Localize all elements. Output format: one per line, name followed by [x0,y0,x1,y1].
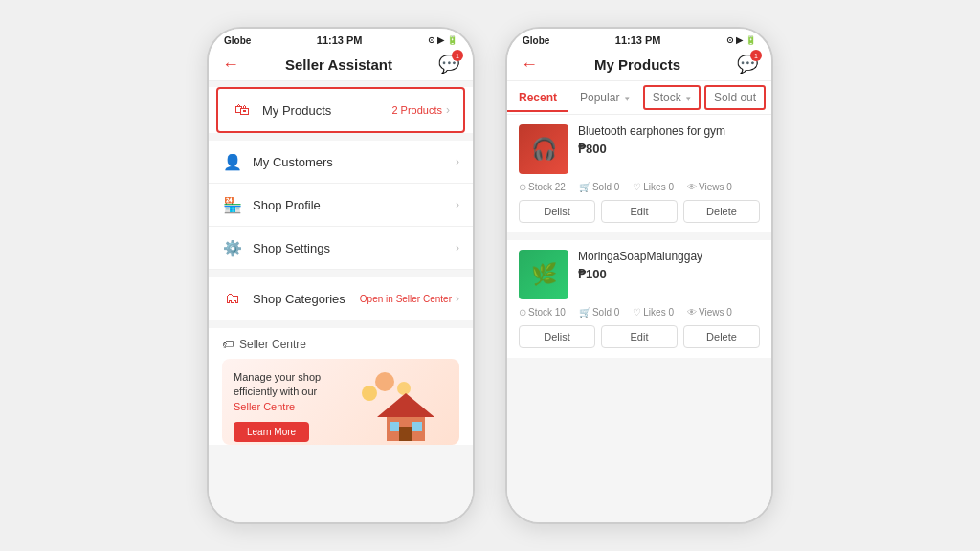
delist-button-2[interactable]: Delist [519,325,595,348]
delete-button-2[interactable]: Delete [683,325,760,348]
product-card-1: 🎧 Bluetooth earphones for gym ₱800 ⊙ Sto… [507,115,771,232]
shop-profile-icon: 🏪 [222,194,243,215]
product-info-1: Bluetooth earphones for gym ₱800 [578,124,760,174]
product-top-2: 🌿 MoringaSoapMalunggay ₱100 [519,250,760,299]
chevron-shop-settings: › [456,241,459,254]
menu-list-left: 🛍 My Products 2 Products › 👤 My Customer… [209,81,473,522]
chevron-shop-profile: › [456,198,459,211]
my-products-count: 2 Products › [391,103,450,117]
app-header-left: ← Seller Assistant 💬 1 [209,48,473,81]
svg-point-0 [362,386,377,401]
time-left: 11:13 PM [317,34,363,46]
product-name-1: Bluetooth earphones for gym [578,124,760,138]
product-tabs: Recent Popular ▾ Stock ▾ Sold out [507,81,771,115]
app-header-right: ← My Products 💬 1 [507,48,771,81]
shop-settings-label: Shop Settings [253,241,456,255]
chat-badge-left: 1 [452,50,463,61]
menu-item-shop-settings[interactable]: ⚙️ Shop Settings › [209,227,473,270]
learn-more-button[interactable]: Learn More [234,422,309,442]
bottom-spacer [507,365,771,423]
product-thumb-1: 🎧 [519,124,568,174]
product-actions-2: Delist Edit Delete [519,325,760,348]
svg-rect-5 [399,427,412,441]
customers-label: My Customers [253,155,456,169]
my-products-icon: 🛍 [232,99,253,121]
menu-item-shop-profile[interactable]: 🏪 Shop Profile › [209,184,473,227]
product-stats-1: ⊙ Stock 22 🛒 Sold 0 ♡ Likes 0 👁 Views 0 [519,182,760,192]
app-title-left: Seller Assistant [285,56,392,73]
right-phone: Globe 11:13 PM ⊙ ▶ 🔋 ← My Products 💬 1 R… [505,27,773,524]
product-actions-1: Delist Edit Delete [519,200,760,223]
chat-icon-left[interactable]: 💬 1 [438,54,459,75]
status-bar-right: Globe 11:13 PM ⊙ ▶ 🔋 [507,29,771,48]
carrier-right: Globe [523,35,549,46]
stat-sold-1: 🛒 Sold 0 [579,182,619,192]
menu-item-customers[interactable]: 👤 My Customers › [209,141,473,184]
edit-button-1[interactable]: Edit [601,200,678,223]
carrier-left: Globe [224,35,251,46]
customers-icon: 👤 [222,151,243,172]
main-menu-section: 🛍 My Products 2 Products › [209,87,473,133]
product-name-2: MoringaSoapMalunggay [578,250,760,263]
battery-icons-left: ⊙ ▶ 🔋 [428,35,457,45]
my-products-label: My Products [262,103,391,118]
menu-item-my-products[interactable]: 🛍 My Products 2 Products › [216,87,465,133]
svg-rect-6 [390,422,399,431]
product-thumb-2: 🌿 [519,250,568,299]
chat-icon-right[interactable]: 💬 1 [737,54,758,75]
product-stats-2: ⊙ Stock 10 🛒 Sold 0 ♡ Likes 0 👁 Views 0 [519,307,760,318]
seller-centre-label: 🏷 Seller Centre [222,338,459,351]
popular-chevron: ▾ [625,94,630,103]
stock-chevron: ▾ [686,94,691,103]
back-button-left[interactable]: ← [222,55,239,75]
tab-recent[interactable]: Recent [507,83,568,112]
time-right: 11:13 PM [615,34,661,46]
shop-categories-icon: 🗂 [222,288,243,309]
stat-sold-2: 🛒 Sold 0 [579,307,619,318]
chevron-categories: › [456,292,459,305]
svg-point-2 [397,382,411,395]
product-info-2: MoringaSoapMalunggay ₱100 [578,250,760,299]
stat-likes-1: ♡ Likes 0 [633,182,674,192]
svg-rect-7 [412,422,422,431]
stat-views-2: 👁 Views 0 [687,307,732,318]
seller-centre-icon: 🏷 [222,338,234,351]
left-phone: Globe 11:13 PM ⊙ ▶ 🔋 ← Seller Assistant … [207,27,475,524]
chevron-products: › [446,103,450,117]
product-price-2: ₱100 [578,267,760,281]
edit-button-2[interactable]: Edit [601,325,678,348]
delete-button-1[interactable]: Delete [683,200,760,223]
stat-stock-1: ⊙ Stock 22 [519,182,566,192]
tab-popular[interactable]: Popular ▾ [568,83,641,112]
banner-text: Manage your shop efficiently with our Se… [234,370,348,414]
delist-button-1[interactable]: Delist [519,200,595,223]
seller-centre-link[interactable]: Seller Centre [234,401,295,412]
status-bar-left: Globe 11:13 PM ⊙ ▶ 🔋 [209,29,473,48]
seller-centre-banner: Manage your shop efficiently with our Se… [222,359,459,445]
back-button-right[interactable]: ← [521,55,538,75]
app-title-right: My Products [594,56,680,73]
chevron-customers: › [456,155,459,168]
menu-item-shop-categories[interactable]: 🗂 Shop Categories Open in Seller Center … [209,277,473,320]
tab-stock[interactable]: Stock ▾ [643,85,701,110]
stat-views-1: 👁 Views 0 [687,182,732,192]
battery-icons-right: ⊙ ▶ 🔋 [726,35,756,45]
product-list: 🎧 Bluetooth earphones for gym ₱800 ⊙ Sto… [507,115,771,522]
shop-settings-icon: ⚙️ [222,237,243,258]
house-illustration [358,364,454,445]
stat-likes-2: ♡ Likes 0 [633,307,674,318]
secondary-menu-section: 👤 My Customers › 🏪 Shop Profile › ⚙️ Sho… [209,141,473,270]
svg-marker-4 [377,393,434,417]
shop-categories-right: Open in Seller Center › [360,292,459,305]
shop-categories-label: Shop Categories [253,292,360,306]
product-price-1: ₱800 [578,142,760,156]
product-card-2: 🌿 MoringaSoapMalunggay ₱100 ⊙ Stock 10 🛒… [507,240,771,358]
svg-point-1 [375,372,394,391]
product-top-1: 🎧 Bluetooth earphones for gym ₱800 [519,124,760,174]
shop-categories-section: 🗂 Shop Categories Open in Seller Center … [209,277,473,320]
shop-profile-label: Shop Profile [253,198,456,212]
chat-badge-right: 1 [750,50,762,61]
seller-centre-section: 🏷 Seller Centre Manage your shop efficie… [209,328,473,445]
tab-sold-out[interactable]: Sold out [704,85,766,110]
stat-stock-2: ⊙ Stock 10 [519,307,566,318]
